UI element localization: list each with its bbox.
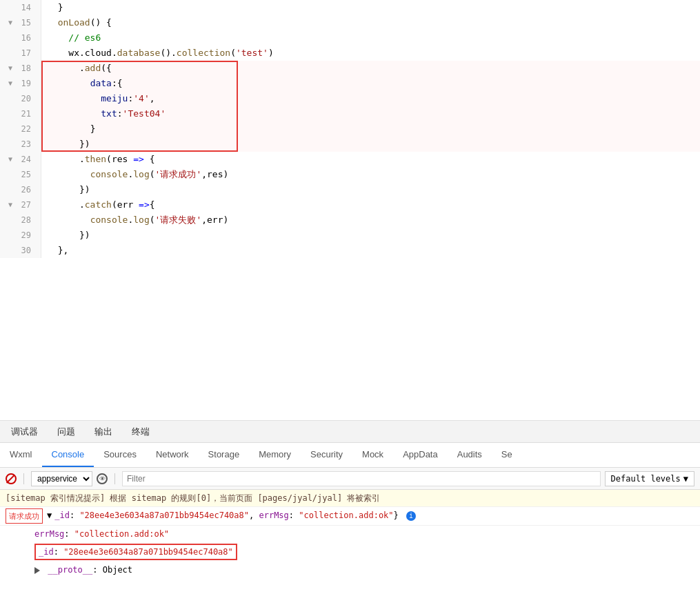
filter-input[interactable] <box>122 471 601 486</box>
eye-icon[interactable]: 👁 <box>97 473 108 484</box>
code-line-17: 17 wx.cloud.database().collection('test'… <box>0 46 700 61</box>
tab-memory[interactable]: Memory <box>249 443 301 467</box>
tab-audits[interactable]: Audits <box>448 443 492 467</box>
obj-expand-icon[interactable]: ▼ <box>47 508 52 522</box>
code-line-19: ▼ 19 data:{ <box>0 76 700 91</box>
tab-appdata[interactable]: AppData <box>393 443 448 467</box>
code-line-27: ▼ 27 .catch(err =>{ <box>0 197 700 212</box>
code-line-23: 23 }) <box>0 137 700 152</box>
info-icon[interactable]: i <box>406 511 416 521</box>
proto-key: __proto__ <box>48 565 92 575</box>
code-line-30: 30 }, <box>0 243 700 258</box>
toolbar-output[interactable]: 输出 <box>92 424 115 439</box>
chevron-down-icon: ▼ <box>683 474 688 484</box>
toolbar-debugger[interactable]: 调试器 <box>8 424 41 439</box>
devtools-panel: Wxml Console Sources Network Storage Mem… <box>0 443 700 614</box>
service-selector[interactable]: appservice <box>31 471 92 486</box>
tab-console[interactable]: Console <box>42 443 94 467</box>
console-success-line: 请求成功 ▼ _id: "28ee4e3e6034a87a071bb9454ec… <box>0 507 700 526</box>
separator-2 <box>114 473 115 484</box>
sitemap-info-line: [sitemap 索引情况提示] 根据 sitemap 的规则[0]，当前页面 … <box>0 490 700 507</box>
tab-network[interactable]: Network <box>146 443 199 467</box>
tab-mock[interactable]: Mock <box>352 443 393 467</box>
proto-expand-icon[interactable] <box>34 567 40 574</box>
code-line-18: ▼ 18 .add({ <box>0 61 700 76</box>
separator-1 <box>23 473 24 484</box>
code-line-26: 26 }) <box>0 182 700 197</box>
code-line-25: 25 console.log('请求成功',res) <box>0 167 700 182</box>
toolbar-terminal[interactable]: 终端 <box>129 424 152 439</box>
tab-sources[interactable]: Sources <box>94 443 146 467</box>
success-badge: 请求成功 <box>6 508 43 524</box>
clear-console-icon[interactable] <box>6 473 17 484</box>
code-line-14: 14 } <box>0 0 700 15</box>
id-row: _id: "28ee4e3e6034a87a071bb9454ec740a8" <box>0 542 700 562</box>
obj-content: _id: "28ee4e3e6034a87a071bb9454ec740a8",… <box>54 508 416 522</box>
code-line-21: 21 txt:'Test04' <box>0 106 700 121</box>
bottom-toolbar: 调试器 问题 输出 终端 <box>0 421 700 443</box>
code-line-24: ▼ 24 .then(res => { <box>0 152 700 167</box>
code-editor: 14 } ▼ 15 onLoad() { 16 // es6 1 <box>0 0 700 421</box>
id-value: "28ee4e3e6034a87a071bb9454ec740a8" <box>63 547 233 557</box>
levels-button[interactable]: Default levels ▼ <box>605 471 694 486</box>
id-key: _id <box>39 547 54 557</box>
console-output: [sitemap 索引情况提示] 根据 sitemap 的规则[0]，当前页面 … <box>0 490 700 614</box>
tab-se[interactable]: Se <box>492 443 522 467</box>
code-line-28: 28 console.log('请求失败',err) <box>0 212 700 228</box>
tab-security[interactable]: Security <box>301 443 352 467</box>
levels-label: Default levels <box>611 474 681 484</box>
tabs-row: Wxml Console Sources Network Storage Mem… <box>0 443 700 468</box>
sitemap-text: [sitemap 索引情况提示] 根据 sitemap 的规则[0]，当前页面 … <box>6 491 380 505</box>
code-line-20: 20 meiju:'4', <box>0 91 700 106</box>
code-line-16: 16 // es6 <box>0 30 700 46</box>
tab-wxml[interactable]: Wxml <box>0 443 42 467</box>
toolbar-issues[interactable]: 问题 <box>54 424 78 439</box>
code-line-22: 22 } <box>0 121 700 137</box>
code-line-29: 29 }) <box>0 228 700 243</box>
errmsg-row: errMsg: "collection.add:ok" <box>0 526 700 542</box>
proto-row: __proto__: Object <box>0 562 700 578</box>
console-toolbar: appservice 👁 Default levels ▼ <box>0 468 700 490</box>
code-line-15: ▼ 15 onLoad() { <box>0 15 700 30</box>
tab-storage[interactable]: Storage <box>199 443 250 467</box>
